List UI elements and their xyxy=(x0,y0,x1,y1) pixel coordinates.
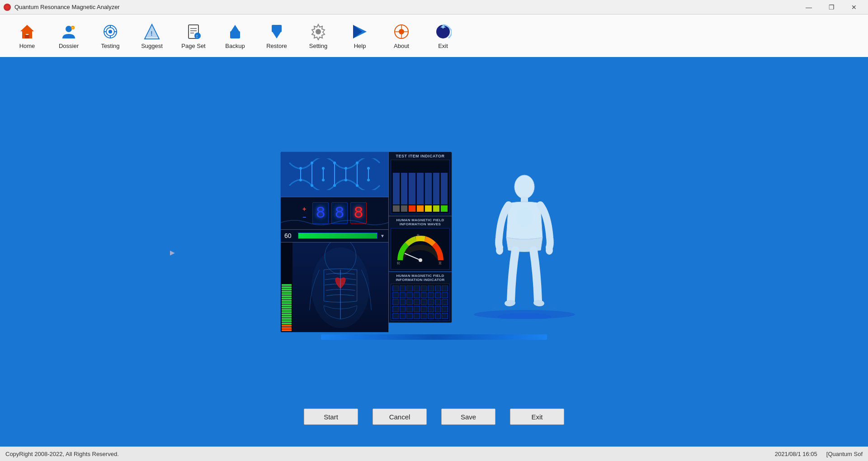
body-scan-image xyxy=(292,242,388,332)
backup-icon xyxy=(226,23,244,41)
test-item-indicator-panel: Test Item Indicator xyxy=(389,152,452,216)
indicator-bar-chart xyxy=(391,160,450,214)
svg-point-46 xyxy=(311,162,313,164)
bar-lvl xyxy=(282,311,292,313)
bar-lvl xyxy=(282,289,292,290)
minimize-button[interactable]: — xyxy=(798,0,819,14)
bar-lvl xyxy=(282,309,292,311)
testing-icon xyxy=(101,23,119,41)
toolbar-suggest[interactable]: ! Suggest xyxy=(132,17,172,55)
testing-label: Testing xyxy=(101,43,119,49)
bar-lvl-alert xyxy=(282,325,292,327)
cancel-button[interactable]: Cancel xyxy=(373,409,427,425)
bar-col-3 xyxy=(409,173,415,212)
bar-lvl xyxy=(282,293,292,295)
svg-point-25 xyxy=(316,29,321,34)
bar-col-6 xyxy=(433,173,440,212)
svg-rect-23 xyxy=(272,25,282,32)
bar-lvl xyxy=(282,295,292,297)
toolbar-dossier[interactable]: + Dossier xyxy=(49,17,89,55)
datetime-text: 2021/08/1 16:05 xyxy=(775,451,817,457)
svg-point-51 xyxy=(333,184,336,187)
toolbar-backup[interactable]: Backup xyxy=(215,17,255,55)
bar-col-7 xyxy=(441,173,448,212)
svg-point-54 xyxy=(356,162,359,164)
svg-marker-27 xyxy=(353,25,362,38)
svg-point-47 xyxy=(311,184,313,187)
start-button[interactable]: Start xyxy=(304,409,358,425)
indicator-panels: Test Item Indicator xyxy=(389,152,452,323)
bar-lvl xyxy=(282,314,292,315)
exit-button[interactable]: Exit xyxy=(510,409,564,425)
toolbar-exit[interactable]: Exit xyxy=(423,17,463,55)
test-item-title: Test Item Indicator xyxy=(391,154,450,158)
svg-point-55 xyxy=(356,184,359,187)
toolbar-testing[interactable]: Testing xyxy=(90,17,130,55)
setting-icon xyxy=(309,23,327,41)
svg-point-67 xyxy=(514,175,534,199)
save-button[interactable]: Save xyxy=(441,409,495,425)
app-icon xyxy=(4,4,11,11)
exit-icon xyxy=(434,23,452,41)
pageset-icon: ↕ xyxy=(184,23,203,41)
titlebar-left: Quantum Resonance Magnetic Analyzer xyxy=(4,4,120,11)
toolbar-about[interactable]: About xyxy=(382,17,421,55)
human-figure-svg xyxy=(475,174,574,319)
svg-rect-21 xyxy=(230,31,240,38)
home-icon xyxy=(18,23,36,41)
svg-text:!: ! xyxy=(151,30,153,37)
digital-display: + − 8 8 8 xyxy=(281,197,388,230)
bar-lvl xyxy=(282,316,292,318)
app-title: Quantum Resonance Magnetic Analyzer xyxy=(14,4,120,10)
toolbar-pageset[interactable]: ↕ Page Set xyxy=(174,17,213,55)
bar-lvl xyxy=(282,302,292,304)
close-button[interactable]: ✕ xyxy=(844,0,864,14)
bottom-progress-strip xyxy=(321,334,547,340)
maximize-button[interactable]: ❐ xyxy=(821,0,842,14)
main-content: + − 8 8 8 60 ▼ xyxy=(0,58,868,447)
suggest-label: Suggest xyxy=(141,43,163,49)
toolbar: Home + Dossier Testing xyxy=(0,14,868,58)
setting-label: Setting xyxy=(309,43,327,49)
human-body-panel xyxy=(461,152,588,319)
svg-point-49 xyxy=(322,179,325,181)
gauge-svg: 轻 重 中 xyxy=(393,231,448,267)
toolbar-home[interactable]: Home xyxy=(7,17,47,55)
bar-col-1 xyxy=(393,173,400,212)
svg-point-66 xyxy=(497,313,552,319)
bar-lvl-alert xyxy=(282,327,292,329)
pageset-label: Page Set xyxy=(181,43,206,49)
home-label: Home xyxy=(19,43,35,49)
company-text: [Quantum Sof xyxy=(826,451,863,457)
svg-point-53 xyxy=(344,179,347,181)
toolbar-help[interactable]: Help xyxy=(340,17,380,55)
bar-lvl xyxy=(282,286,292,288)
svg-text:重: 重 xyxy=(439,261,442,265)
action-buttons: Start Cancel Save Exit xyxy=(304,409,564,425)
svg-point-60 xyxy=(311,247,370,328)
toolbar-restore[interactable]: Restore xyxy=(257,17,297,55)
progress-bar xyxy=(298,233,377,239)
restore-label: Restore xyxy=(266,43,287,49)
svg-point-2 xyxy=(66,26,72,32)
svg-marker-24 xyxy=(273,32,281,38)
svg-text:中: 中 xyxy=(417,234,420,237)
about-label: About xyxy=(394,43,409,49)
bar-lvl xyxy=(282,304,292,306)
svg-point-7 xyxy=(108,30,112,33)
svg-point-70 xyxy=(546,246,553,255)
svg-point-73 xyxy=(516,207,533,227)
toolbar-setting[interactable]: Setting xyxy=(298,17,338,55)
bar-lvl-alert xyxy=(282,329,292,331)
dna-display xyxy=(281,152,388,197)
progress-number: 60 xyxy=(284,232,295,239)
svg-text:+: + xyxy=(72,26,74,29)
bar-lvl xyxy=(282,291,292,293)
svg-point-69 xyxy=(496,246,503,255)
bar-lvl xyxy=(282,284,292,286)
progress-arrow: ▼ xyxy=(380,233,385,238)
bar-lvl xyxy=(282,318,292,320)
magnetic-waves-title: Human Magnetic Field Information Waves xyxy=(391,218,450,227)
grid-display xyxy=(391,284,450,321)
statusbar: CopyRight 2008-2022, All Rights Reserved… xyxy=(0,447,868,461)
